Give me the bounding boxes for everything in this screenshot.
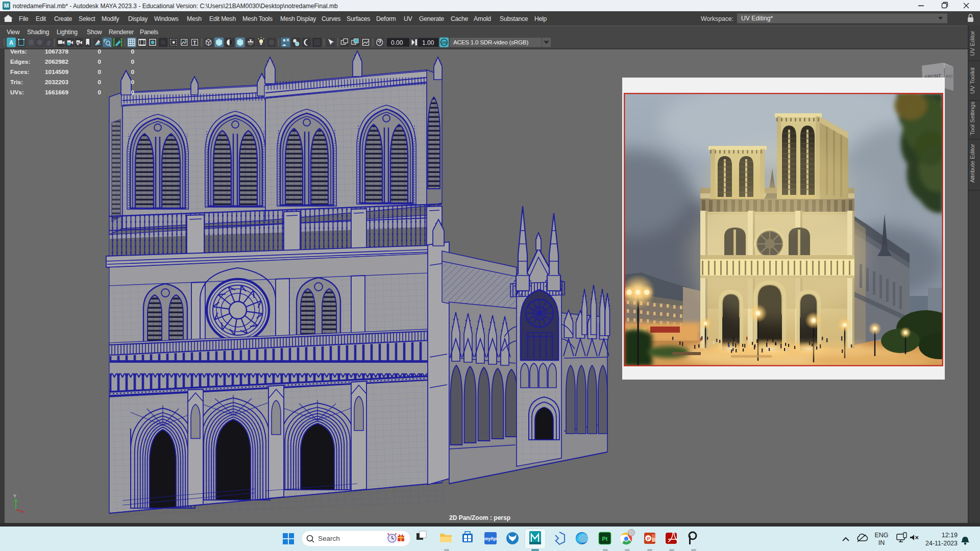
svg-text:File: File	[19, 15, 29, 22]
svg-text:ACES 1.0 SDR-video (sRGB): ACES 1.0 SDR-video (sRGB)	[453, 39, 528, 45]
svg-text:0: 0	[131, 89, 134, 96]
svg-text:View: View	[7, 29, 20, 36]
svg-text:Faces:: Faces:	[10, 68, 29, 76]
svg-text:0: 0	[97, 89, 101, 96]
svg-text:Pt: Pt	[602, 536, 608, 542]
svg-text:Mesh Tools: Mesh Tools	[242, 15, 273, 22]
svg-text:Edit: Edit	[36, 15, 46, 22]
svg-text:Surfaces: Surfaces	[347, 15, 370, 22]
svg-text:UV Toolkit: UV Toolkit	[969, 67, 975, 93]
svg-text:A: A	[9, 39, 14, 46]
svg-text:0: 0	[131, 68, 134, 76]
svg-text:Curves: Curves	[322, 15, 340, 22]
svg-text:Deform: Deform	[376, 15, 396, 22]
svg-text:RIG: RIG	[945, 74, 953, 79]
svg-text:0: 0	[97, 79, 101, 86]
svg-text:Arnold: Arnold	[474, 15, 491, 22]
svg-text:0: 0	[97, 58, 101, 65]
svg-text:Tool Settings: Tool Settings	[969, 102, 975, 135]
svg-text:Cache: Cache	[451, 15, 468, 22]
svg-text:12:19: 12:19	[942, 532, 958, 539]
svg-text:IN: IN	[878, 539, 885, 546]
svg-text:2D Pan/Zoom : persp: 2D Pan/Zoom : persp	[449, 514, 510, 521]
svg-text:Help: Help	[534, 15, 547, 22]
svg-text:1.00: 1.00	[422, 39, 434, 46]
svg-text:0.00: 0.00	[391, 39, 403, 46]
svg-text:Tris:: Tris:	[10, 79, 23, 86]
svg-text:Edges:: Edges:	[10, 58, 30, 65]
svg-text:M: M	[4, 3, 9, 9]
svg-text:0: 0	[131, 79, 134, 86]
svg-text:Edit Mesh: Edit Mesh	[209, 15, 236, 22]
svg-text:Panels: Panels	[140, 29, 158, 36]
svg-text:Search: Search	[318, 535, 340, 542]
svg-text:1014509: 1014509	[45, 68, 68, 76]
svg-text:1067378: 1067378	[45, 48, 68, 55]
svg-text:Select: Select	[79, 15, 95, 22]
svg-text:Shading: Shading	[27, 29, 49, 36]
svg-text:0: 0	[131, 48, 134, 55]
svg-text:0: 0	[97, 48, 101, 55]
svg-text:Modify: Modify	[102, 15, 120, 22]
svg-text:Mesh Display: Mesh Display	[280, 15, 316, 22]
svg-text:Workspace:: Workspace:	[701, 15, 733, 22]
svg-text:2032203: 2032203	[45, 79, 68, 86]
svg-text:ENG: ENG	[874, 532, 888, 539]
svg-text:Substance: Substance	[500, 15, 528, 22]
svg-text:Lighting: Lighting	[57, 29, 78, 36]
svg-text:1661669: 1661669	[45, 89, 68, 96]
svg-text:UV Editor: UV Editor	[969, 31, 975, 56]
svg-text:Renderer: Renderer	[109, 29, 134, 36]
svg-text:UV Editing*: UV Editing*	[741, 15, 773, 22]
svg-text:0: 0	[97, 68, 101, 76]
svg-text:UVs:: UVs:	[10, 89, 24, 96]
svg-text:ON: ON	[442, 41, 447, 44]
svg-text:2062982: 2062982	[45, 58, 68, 65]
svg-text:Verts:: Verts:	[10, 48, 27, 55]
svg-text:24-11-2023: 24-11-2023	[925, 540, 958, 547]
svg-text:Generate: Generate	[419, 15, 444, 22]
svg-text:Display: Display	[128, 15, 148, 22]
svg-text:UV: UV	[404, 15, 413, 22]
svg-text:T: T	[193, 40, 197, 46]
svg-text:Show: Show	[87, 29, 102, 36]
svg-text:0: 0	[131, 58, 134, 65]
svg-text:myhp: myhp	[484, 536, 497, 541]
svg-text:P: P	[647, 536, 650, 541]
svg-text:Windows: Windows	[154, 15, 179, 22]
svg-text:Create: Create	[54, 15, 72, 22]
svg-text:notredameFinal.mb* - Autodesk: notredameFinal.mb* - Autodesk MAYA 2023.…	[13, 3, 338, 10]
svg-text:Y: Y	[13, 493, 16, 498]
svg-text:Attribute Editor: Attribute Editor	[969, 144, 975, 183]
svg-text:Mesh: Mesh	[187, 15, 202, 22]
